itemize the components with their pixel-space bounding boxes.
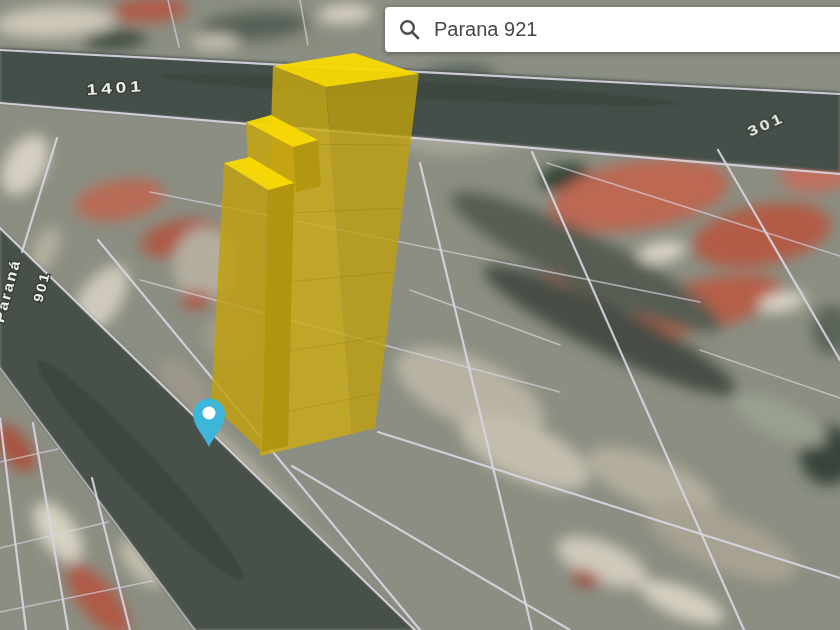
search-bar bbox=[385, 7, 840, 52]
map-3d-view[interactable]: 1401 301 901 Paraná bbox=[0, 0, 840, 630]
building-step-mid-side bbox=[293, 140, 321, 192]
search-icon bbox=[398, 18, 421, 41]
map-app-window: 1401 301 901 Paraná bbox=[0, 0, 840, 630]
search-input[interactable] bbox=[432, 6, 840, 53]
pin-hole bbox=[203, 407, 216, 420]
